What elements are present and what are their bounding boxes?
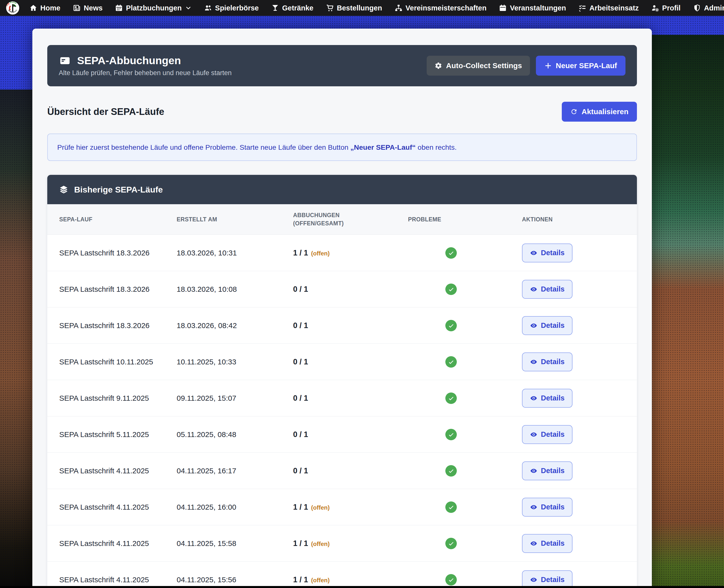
table-header-row: SEPA-LAUF ERSTELLT AM ABBUCHUNGEN (OFFEN… xyxy=(47,204,637,235)
eye-icon xyxy=(530,576,537,584)
calendar-grid-icon xyxy=(115,4,123,12)
check-icon xyxy=(448,431,454,438)
nav-item-spielerb-rse[interactable]: Spielerbörse xyxy=(204,4,259,12)
run-count: 0 / 1 xyxy=(293,394,308,402)
eye-icon xyxy=(530,431,537,438)
status-ok-badge xyxy=(446,574,457,586)
run-count: 1 / 1 xyxy=(293,575,308,584)
home-icon xyxy=(29,4,37,12)
run-created-at: 18.03.2026, 10:08 xyxy=(177,285,293,294)
status-ok-badge xyxy=(446,501,457,513)
nav-item-vereinsmeisterschaften[interactable]: Vereinsmeisterschaften xyxy=(395,4,487,12)
details-button[interactable]: Details xyxy=(522,425,573,444)
run-count: 0 / 1 xyxy=(293,466,308,475)
run-created-at: 09.11.2025, 15:07 xyxy=(177,394,293,402)
table-row: SEPA Lastschrift 18.3.2026 18.03.2026, 1… xyxy=(47,271,637,308)
run-created-at: 04.11.2025, 15:58 xyxy=(177,539,293,548)
refresh-button[interactable]: Aktualisieren xyxy=(562,102,637,122)
users-icon xyxy=(204,4,212,12)
credit-card-icon xyxy=(59,55,71,66)
details-button[interactable]: Details xyxy=(522,316,573,335)
nav-item-label: Platzbuchungen xyxy=(126,4,182,12)
check-icon xyxy=(448,576,454,583)
nav-item-label: Profil xyxy=(662,4,680,12)
column-header-abbuchungen: ABBUCHUNGEN (OFFEN/GESAMT) xyxy=(293,211,375,228)
check-icon xyxy=(448,504,454,510)
info-alert: Prüfe hier zuerst bestehende Läufe und o… xyxy=(47,133,637,161)
column-header-sepa-lauf: SEPA-LAUF xyxy=(59,215,177,224)
check-icon xyxy=(448,286,454,293)
details-button[interactable]: Details xyxy=(522,534,573,553)
club-logo[interactable]: VfB Fichte Bielefeld e.V. xyxy=(5,1,20,15)
page-header-card: SEPA-Abbuchungen Alte Läufe prüfen, Fehl… xyxy=(47,45,637,86)
user-gear-icon xyxy=(651,4,659,12)
nav-item-platzbuchungen[interactable]: Platzbuchungen xyxy=(115,4,191,12)
page-title: SEPA-Abbuchungen xyxy=(77,55,181,67)
info-text: Prüfe hier zuerst bestehende Läufe und o… xyxy=(57,143,350,151)
overview-heading: Übersicht der SEPA-Läufe xyxy=(47,106,164,117)
details-button[interactable]: Details xyxy=(522,461,573,480)
nav-item-arbeitseinsatz[interactable]: Arbeitseinsatz xyxy=(578,4,639,12)
layers-icon xyxy=(59,185,68,194)
run-name: SEPA Lastschrift 9.11.2025 xyxy=(59,394,177,402)
run-created-at: 04.11.2025, 15:56 xyxy=(177,575,293,584)
table-row: SEPA Lastschrift 5.11.2025 05.11.2025, 0… xyxy=(47,416,637,453)
eye-icon xyxy=(530,358,537,365)
nav-item-home[interactable]: Home xyxy=(29,4,60,12)
nav-item-profil[interactable]: Profil xyxy=(651,4,680,12)
eye-icon xyxy=(530,503,537,511)
run-name: SEPA Lastschrift 10.11.2025 xyxy=(59,358,177,366)
info-text-bold: „Neuer SEPA-Lauf“ xyxy=(350,143,415,151)
top-navbar: VfB Fichte Bielefeld e.V. Home News Pl xyxy=(0,0,724,16)
new-sepa-run-button[interactable]: Neuer SEPA-Lauf xyxy=(536,56,625,76)
nav-item-label: Getränke xyxy=(282,4,313,12)
run-name: SEPA Lastschrift 4.11.2025 xyxy=(59,503,177,511)
nav-item-label: Veranstaltungen xyxy=(510,4,566,12)
table-row: SEPA Lastschrift 4.11.2025 04.11.2025, 1… xyxy=(47,453,637,489)
cart-icon xyxy=(326,4,334,12)
nav-item-admin[interactable]: Admin xyxy=(693,4,724,12)
run-created-at: 04.11.2025, 16:00 xyxy=(177,503,293,511)
details-button[interactable]: Details xyxy=(522,570,573,588)
status-ok-badge xyxy=(446,284,457,295)
nav-item-veranstaltungen[interactable]: Veranstaltungen xyxy=(499,4,566,12)
table-row: SEPA Lastschrift 4.11.2025 04.11.2025, 1… xyxy=(47,525,637,562)
run-name: SEPA Lastschrift 5.11.2025 xyxy=(59,430,177,439)
open-badge: (offen) xyxy=(311,577,330,584)
nav-item-getr-nke[interactable]: Getränke xyxy=(271,4,313,12)
status-ok-badge xyxy=(446,465,457,477)
status-ok-badge xyxy=(446,320,457,331)
sepa-runs-card-header: Bisherige SEPA-Läufe xyxy=(47,175,637,204)
details-button[interactable]: Details xyxy=(522,389,573,408)
details-button[interactable]: Details xyxy=(522,280,573,299)
run-count: 0 / 1 xyxy=(293,321,308,330)
details-button[interactable]: Details xyxy=(522,353,573,371)
column-header-probleme: PROBLEME xyxy=(408,215,522,224)
plus-icon xyxy=(544,62,552,69)
nav-item-bestellungen[interactable]: Bestellungen xyxy=(326,4,382,12)
run-count: 1 / 1 xyxy=(293,539,308,548)
table-row: SEPA Lastschrift 4.11.2025 04.11.2025, 1… xyxy=(47,489,637,525)
refresh-icon xyxy=(570,108,578,115)
main-panel: SEPA-Abbuchungen Alte Läufe prüfen, Fehl… xyxy=(32,28,652,588)
info-text-after: oben rechts. xyxy=(416,143,457,151)
drink-icon xyxy=(271,4,279,12)
details-button[interactable]: Details xyxy=(522,498,573,517)
news-icon xyxy=(73,4,81,12)
auto-collect-settings-button[interactable]: Auto-Collect Settings xyxy=(427,56,530,76)
sepa-runs-table-body: SEPA Lastschrift 18.3.2026 18.03.2026, 1… xyxy=(47,235,637,588)
run-count: 0 / 1 xyxy=(293,285,308,294)
check-icon xyxy=(448,322,454,329)
status-ok-badge xyxy=(446,538,457,549)
nav-item-news[interactable]: News xyxy=(73,4,103,12)
table-row: SEPA Lastschrift 4.11.2025 04.11.2025, 1… xyxy=(47,562,637,588)
eye-icon xyxy=(530,467,537,475)
details-button[interactable]: Details xyxy=(522,244,573,262)
calendar-icon xyxy=(499,4,507,12)
open-badge: (offen) xyxy=(311,541,330,547)
run-count: 1 / 1 xyxy=(293,503,308,511)
status-ok-badge xyxy=(446,393,457,404)
run-created-at: 04.11.2025, 16:17 xyxy=(177,467,293,475)
table-row: SEPA Lastschrift 18.3.2026 18.03.2026, 0… xyxy=(47,308,637,344)
chevron-down-icon xyxy=(185,5,191,11)
